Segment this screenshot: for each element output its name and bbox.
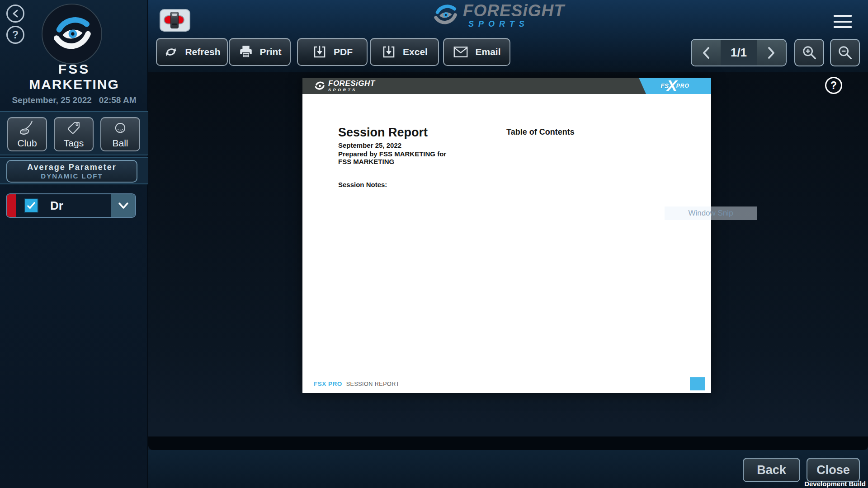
help-icon[interactable]: ? — [6, 26, 24, 44]
report-footer-brand: FSX PRO — [314, 380, 342, 387]
tag-icon — [66, 120, 81, 136]
chevron-left-icon — [702, 47, 711, 59]
toolbar-label: Refresh — [185, 47, 220, 57]
checkmark-icon — [27, 202, 36, 210]
filter-label: Ball — [112, 138, 128, 149]
club-selector-row[interactable]: Dr — [6, 193, 136, 218]
content-bottom-strip — [148, 436, 868, 450]
toolbar-label: Email — [475, 47, 500, 57]
table-of-contents-title: Table of Contents — [506, 127, 575, 137]
printer-icon — [238, 44, 254, 60]
report-brand-text: FORESiGHT SPORTS — [328, 80, 375, 92]
bottom-bar: Back Close Development Build — [148, 450, 868, 488]
report-footer-label: SESSION REPORT — [346, 381, 400, 387]
club-name-label: Dr — [50, 199, 111, 213]
zoom-out-icon — [836, 44, 854, 61]
foresight-eye-icon — [432, 2, 458, 28]
club-filter-button[interactable]: Club — [7, 117, 47, 151]
close-button[interactable]: Close — [807, 458, 860, 482]
average-parameter-panel: Average Parameter DYNAMIC LOFT — [0, 157, 148, 184]
golf-ball-icon — [113, 120, 128, 136]
device-status-button[interactable] — [160, 9, 190, 32]
report-prepared-by: Prepared by FSS MARKETING for FSS MARKET… — [338, 150, 457, 165]
zoom-in-button[interactable] — [794, 39, 824, 66]
pdf-export-button[interactable]: PDF — [297, 38, 368, 66]
badge-pro: PRO — [676, 83, 689, 89]
question-glyph: ? — [830, 80, 837, 92]
session-notes-label: Session Notes: — [338, 181, 387, 188]
menu-icon[interactable] — [834, 15, 852, 28]
chevron-down-icon — [118, 202, 129, 210]
average-parameter-button[interactable]: Average Parameter DYNAMIC LOFT — [6, 160, 137, 183]
foresight-sports-logo: FORESiGHT SPORTS — [432, 2, 565, 28]
back-chevron-icon[interactable] — [6, 5, 24, 23]
report-foresight-logo: FORESiGHT SPORTS — [314, 80, 375, 92]
help-icon[interactable]: ? — [825, 77, 842, 94]
badge-fs: FS — [660, 82, 669, 89]
ball-filter-button[interactable]: Ball — [100, 117, 140, 151]
tags-filter-button[interactable]: Tags — [54, 117, 94, 151]
launch-monitor-icon — [170, 12, 179, 28]
report-date: September 25, 2022 — [338, 141, 401, 149]
page-indicator: 1/1 — [721, 40, 757, 66]
club-checkbox[interactable] — [24, 198, 38, 213]
email-button[interactable]: Email — [443, 38, 510, 66]
brand-text: FORESiGHT SPORTS — [463, 2, 565, 28]
question-glyph: ? — [12, 29, 19, 41]
report-footer: FSX PRO SESSION REPORT — [314, 380, 400, 387]
filter-label: Tags — [64, 138, 84, 149]
download-icon — [381, 44, 396, 60]
download-icon — [312, 44, 327, 60]
fsx-session-report-screen: ? FSS MARKETING September, 25 2022 02:58… — [0, 0, 868, 488]
print-button[interactable]: Print — [229, 38, 291, 66]
report-title: Session Report — [338, 126, 428, 140]
foresight-eye-logo — [42, 4, 102, 64]
previous-page-button[interactable] — [692, 40, 721, 66]
toolbar-label: PDF — [334, 47, 353, 57]
session-time: 02:58 AM — [99, 95, 137, 105]
club-dropdown-button[interactable] — [111, 194, 135, 217]
session-report-page: FORESiGHT SPORTS FS X PRO Session Report… — [302, 78, 711, 393]
session-owner-line2: MARKETING — [0, 77, 148, 92]
development-build-label: Development Build — [804, 480, 866, 488]
average-parameter-title: Average Parameter — [27, 163, 116, 172]
brand-line2: SPORTS — [463, 20, 565, 28]
session-owner-line1: FSS — [0, 61, 148, 77]
window-snip-overlay: Window Snip — [665, 206, 757, 220]
toolbar-label: Print — [260, 47, 282, 57]
filter-label: Club — [17, 138, 37, 149]
sidebar: ? FSS MARKETING September, 25 2022 02:58… — [0, 0, 148, 488]
chevron-right-icon — [767, 47, 776, 59]
excel-export-button[interactable]: Excel — [370, 38, 439, 66]
toolbar-label: Excel — [403, 47, 428, 57]
brand-line1: FORESiGHT — [463, 2, 565, 19]
footer-accent-square — [690, 377, 705, 390]
zoom-in-icon — [801, 44, 818, 61]
page-navigation: 1/1 — [691, 39, 787, 66]
report-brand-line2: SPORTS — [328, 88, 375, 92]
report-preview-area: ? FORESiGHT SPORTS FS X — [148, 72, 868, 450]
envelope-icon — [453, 45, 469, 59]
club-color-bar — [7, 194, 16, 217]
next-page-button[interactable] — [757, 40, 786, 66]
report-brand-line1: FORESiGHT — [328, 80, 375, 87]
back-button[interactable]: Back — [743, 458, 800, 482]
refresh-button[interactable]: Refresh — [156, 38, 228, 66]
refresh-icon — [163, 44, 179, 60]
golf-club-icon — [19, 120, 36, 136]
top-bar: FORESiGHT SPORTS Refresh — [148, 0, 868, 72]
session-datetime: September, 25 2022 02:58 AM — [0, 95, 148, 105]
fsx-pro-badge: FS X PRO — [639, 78, 711, 94]
session-date: September, 25 2022 — [12, 95, 91, 105]
zoom-out-button[interactable] — [830, 39, 860, 66]
foresight-eye-icon — [314, 80, 325, 91]
average-parameter-value: DYNAMIC LOFT — [41, 172, 103, 180]
filter-panel: Club Tags Ball — [0, 111, 148, 155]
report-header-band: FORESiGHT SPORTS FS X PRO — [302, 78, 711, 94]
